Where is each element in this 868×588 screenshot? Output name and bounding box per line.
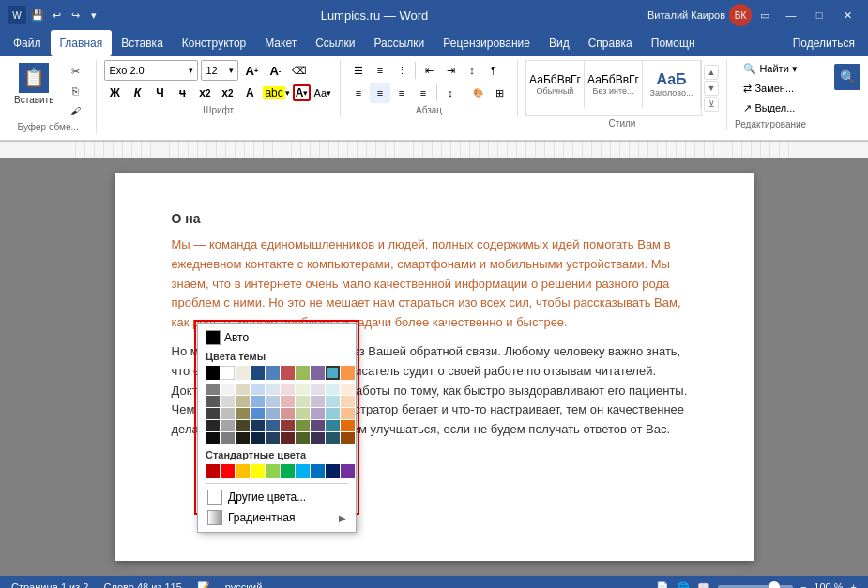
theme-shade-cell[interactable] bbox=[221, 384, 235, 395]
style-normal[interactable]: АаБбВвГг Обычный bbox=[526, 61, 585, 108]
zoom-plus[interactable]: + bbox=[851, 581, 857, 588]
theme-shade-cell[interactable] bbox=[311, 432, 325, 444]
theme-color-swatch[interactable] bbox=[296, 366, 310, 380]
theme-shade-cell[interactable] bbox=[296, 396, 310, 407]
theme-shade-cell[interactable] bbox=[206, 420, 220, 431]
replace-button[interactable]: ⇄ Замен... bbox=[737, 80, 804, 98]
theme-shade-cell[interactable] bbox=[326, 384, 340, 395]
theme-shade-cell[interactable] bbox=[251, 396, 265, 407]
theme-shade-cell[interactable] bbox=[341, 432, 355, 444]
theme-shade-cell[interactable] bbox=[296, 420, 310, 431]
menu-mailings[interactable]: Рассылки bbox=[364, 30, 434, 56]
theme-shade-cell[interactable] bbox=[266, 408, 280, 419]
other-colors-menu-item[interactable]: Другие цвета... bbox=[202, 487, 352, 507]
menu-helper[interactable]: Помощн bbox=[642, 30, 705, 56]
theme-color-swatch[interactable] bbox=[341, 366, 355, 380]
standard-color-swatch[interactable] bbox=[326, 464, 340, 478]
word-count[interactable]: Слово 48 из 115 bbox=[103, 581, 181, 588]
menu-review[interactable]: Рецензирование bbox=[434, 30, 540, 56]
theme-shade-cell[interactable] bbox=[341, 384, 355, 395]
highlight-color-button[interactable]: abc ▾ bbox=[262, 85, 290, 100]
font-family-select[interactable]: Exo 2.0 ▾ bbox=[104, 60, 198, 81]
theme-shade-cell[interactable] bbox=[326, 432, 340, 444]
standard-color-swatch[interactable] bbox=[251, 464, 265, 478]
justify-button[interactable]: ≡ bbox=[413, 83, 434, 103]
format-painter-button[interactable]: 🖌 bbox=[62, 101, 88, 120]
gradient-menu-item[interactable]: Градиентная ▶ bbox=[202, 507, 352, 528]
theme-shade-cell[interactable] bbox=[281, 396, 295, 407]
font-size-select[interactable]: 12 ▾ bbox=[201, 60, 238, 81]
select-button[interactable]: ↗ Выдел... bbox=[737, 99, 804, 117]
text-effects-button[interactable]: А bbox=[239, 83, 260, 103]
auto-color-row[interactable]: Авто bbox=[202, 327, 352, 348]
menu-share[interactable]: Поделиться bbox=[784, 30, 864, 56]
maximize-btn[interactable]: □ bbox=[806, 5, 832, 25]
theme-color-swatch[interactable] bbox=[311, 366, 325, 380]
shading-button[interactable]: 🎨 bbox=[467, 83, 488, 103]
standard-color-swatch[interactable] bbox=[236, 464, 250, 478]
view-normal-btn[interactable]: 📄 bbox=[656, 581, 669, 589]
shrink-text-button[interactable]: A- bbox=[265, 60, 285, 81]
styles-scroll-up[interactable]: ▲ bbox=[704, 65, 719, 80]
theme-shade-cell[interactable] bbox=[311, 408, 325, 419]
redo-quick-btn[interactable]: ↪ bbox=[68, 8, 83, 23]
style-heading1[interactable]: АаБ Заголово... bbox=[643, 61, 701, 108]
menu-design[interactable]: Конструктор bbox=[173, 30, 255, 56]
theme-shade-cell[interactable] bbox=[251, 408, 265, 419]
menu-insert[interactable]: Вставка bbox=[112, 30, 173, 56]
subscript-button[interactable]: х2 bbox=[194, 83, 215, 103]
theme-shade-cell[interactable] bbox=[281, 420, 295, 431]
style-no-spacing[interactable]: АаБбВвГг Без инте... bbox=[585, 61, 643, 108]
clear-format-button[interactable]: ⌫ bbox=[288, 60, 311, 81]
theme-shade-cell[interactable] bbox=[251, 420, 265, 431]
font-size-change-button[interactable]: Аа ▾ bbox=[312, 86, 332, 99]
language[interactable]: русский bbox=[225, 581, 262, 588]
theme-shade-cell[interactable] bbox=[296, 408, 310, 419]
theme-shade-cell[interactable] bbox=[251, 384, 265, 395]
theme-color-swatch[interactable] bbox=[236, 366, 250, 380]
theme-shade-cell[interactable] bbox=[281, 384, 295, 395]
theme-shade-cell[interactable] bbox=[251, 432, 265, 444]
close-btn[interactable]: ✕ bbox=[834, 5, 860, 25]
page-count[interactable]: Страница 1 из 2 bbox=[11, 581, 88, 588]
theme-shade-cell[interactable] bbox=[326, 420, 340, 431]
standard-color-swatch[interactable] bbox=[281, 464, 295, 478]
standard-color-swatch[interactable] bbox=[341, 464, 355, 478]
theme-shade-cell[interactable] bbox=[326, 396, 340, 407]
copy-button[interactable]: ⎘ bbox=[62, 82, 88, 100]
theme-shade-cell[interactable] bbox=[206, 408, 220, 419]
theme-color-swatch[interactable] bbox=[251, 366, 265, 380]
user-avatar[interactable]: ВК bbox=[729, 4, 752, 26]
theme-shade-cell[interactable] bbox=[236, 396, 250, 407]
borders-button[interactable]: ⊞ bbox=[489, 83, 510, 103]
standard-color-swatch[interactable] bbox=[206, 464, 220, 478]
theme-shade-cell[interactable] bbox=[236, 408, 250, 419]
search-ribbon-btn[interactable]: 🔍 bbox=[834, 64, 860, 90]
theme-color-swatch[interactable] bbox=[206, 366, 220, 380]
styles-scroll-down[interactable]: ▼ bbox=[704, 81, 719, 96]
theme-shade-cell[interactable] bbox=[281, 432, 295, 444]
cut-button[interactable]: ✂ bbox=[62, 62, 88, 81]
standard-color-swatch[interactable] bbox=[311, 464, 325, 478]
standard-color-swatch[interactable] bbox=[296, 464, 310, 478]
theme-shade-cell[interactable] bbox=[206, 384, 220, 395]
standard-color-swatch[interactable] bbox=[266, 464, 280, 478]
theme-color-swatch[interactable] bbox=[326, 366, 340, 380]
menu-file[interactable]: Файл bbox=[4, 30, 51, 56]
line-spacing-button[interactable]: ↕ bbox=[440, 83, 461, 103]
decrease-indent-button[interactable]: ⇤ bbox=[419, 60, 439, 81]
theme-shade-cell[interactable] bbox=[221, 396, 235, 407]
menu-layout[interactable]: Макет bbox=[255, 30, 306, 56]
proofing-icon[interactable]: 📝 bbox=[197, 581, 210, 589]
multilevel-button[interactable]: ⋮ bbox=[391, 60, 412, 81]
theme-shade-cell[interactable] bbox=[296, 432, 310, 444]
theme-color-swatch[interactable] bbox=[221, 366, 235, 380]
find-button[interactable]: 🔍 Найти ▾ bbox=[737, 60, 804, 78]
theme-shade-cell[interactable] bbox=[236, 432, 250, 444]
theme-shade-cell[interactable] bbox=[266, 432, 280, 444]
customize-quick-btn[interactable]: ▾ bbox=[86, 8, 101, 23]
theme-shade-cell[interactable] bbox=[311, 420, 325, 431]
strikethrough-button[interactable]: ч bbox=[172, 83, 192, 103]
theme-shade-cell[interactable] bbox=[266, 384, 280, 395]
save-quick-btn[interactable]: 💾 bbox=[30, 8, 45, 23]
